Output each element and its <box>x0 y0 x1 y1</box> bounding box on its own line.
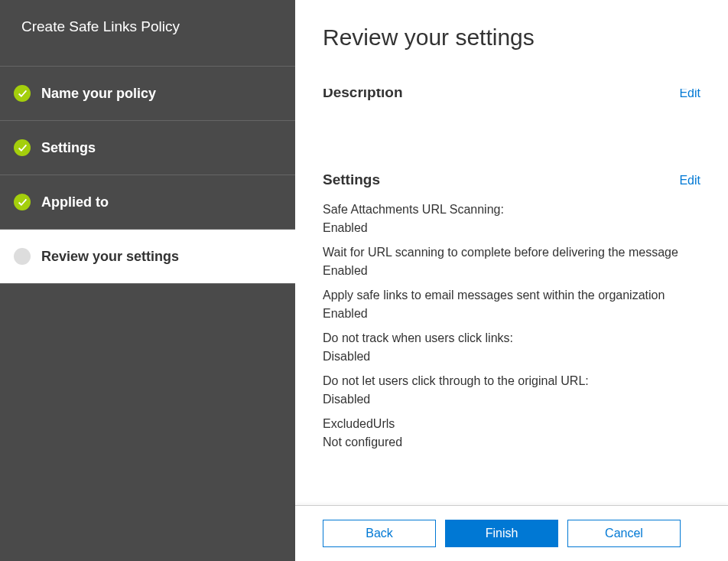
step-applied-to[interactable]: Applied to <box>0 175 295 230</box>
setting-label: Do not track when users click links: <box>323 329 700 347</box>
settings-section: Settings Edit Safe Attachments URL Scann… <box>323 171 700 452</box>
step-label: Name your policy <box>41 86 156 102</box>
step-settings[interactable]: Settings <box>0 121 295 175</box>
setting-value: Enabled <box>323 219 700 237</box>
step-label: Applied to <box>41 194 109 210</box>
setting-value: Enabled <box>323 305 700 323</box>
main-content: Review your settings Description Edit Se… <box>295 0 728 505</box>
setting-value: Not configured <box>323 433 700 452</box>
main-panel: Review your settings Description Edit Se… <box>295 0 728 561</box>
description-heading: Description <box>323 89 403 101</box>
check-icon <box>14 85 31 102</box>
finish-button[interactable]: Finish <box>445 520 558 547</box>
back-button[interactable]: Back <box>323 520 436 547</box>
setting-value: Enabled <box>323 262 700 280</box>
wizard-footer: Back Finish Cancel <box>295 505 728 561</box>
settings-heading: Settings <box>323 171 380 188</box>
step-label: Settings <box>41 140 96 156</box>
setting-label: Wait for URL scanning to complete before… <box>323 243 700 262</box>
setting-row: Safe Attachments URL Scanning: Enabled <box>323 201 700 237</box>
edit-settings-link[interactable]: Edit <box>679 174 700 188</box>
description-section: Description Edit <box>323 89 700 118</box>
edit-description-link[interactable]: Edit <box>679 89 700 100</box>
current-step-icon <box>14 248 31 265</box>
page-title: Review your settings <box>323 24 700 51</box>
step-name-your-policy[interactable]: Name your policy <box>0 67 295 121</box>
step-label: Review your settings <box>41 249 179 265</box>
check-icon <box>14 194 31 210</box>
setting-row: Do not let users click through to the or… <box>323 372 700 409</box>
wizard-sidebar: Create Safe Links Policy Name your polic… <box>0 0 295 561</box>
setting-label: ExcludedUrls <box>323 415 700 433</box>
cancel-button[interactable]: Cancel <box>567 520 681 547</box>
setting-label: Apply safe links to email messages sent … <box>323 286 700 305</box>
setting-label: Do not let users click through to the or… <box>323 372 700 390</box>
setting-value: Disabled <box>323 347 700 366</box>
setting-row: Apply safe links to email messages sent … <box>323 286 700 323</box>
setting-value: Disabled <box>323 390 700 409</box>
setting-row: Wait for URL scanning to complete before… <box>323 243 700 280</box>
sidebar-title: Create Safe Links Policy <box>0 0 295 67</box>
step-review-your-settings[interactable]: Review your settings <box>0 230 295 284</box>
setting-row: Do not track when users click links: Dis… <box>323 329 700 366</box>
setting-label: Safe Attachments URL Scanning: <box>323 201 700 219</box>
check-icon <box>14 139 31 156</box>
setting-row: ExcludedUrls Not configured <box>323 415 700 452</box>
